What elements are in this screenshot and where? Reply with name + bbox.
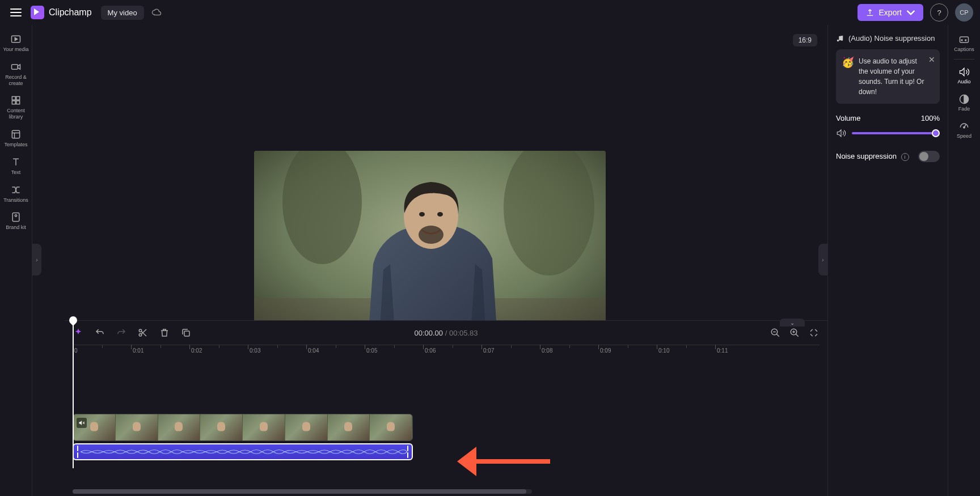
audio-clip[interactable] bbox=[73, 443, 413, 460]
speaker-icon[interactable] bbox=[836, 128, 846, 138]
ai-tool-button[interactable] bbox=[73, 327, 84, 338]
volume-row: Volume 100% bbox=[836, 114, 940, 122]
timeline-collapse-button[interactable]: ⌄ bbox=[780, 319, 805, 327]
redo-button[interactable] bbox=[116, 327, 127, 338]
volume-slider[interactable] bbox=[852, 132, 940, 134]
right-sidebar: Captions Audio Fade Speed bbox=[948, 25, 980, 496]
upload-icon bbox=[865, 8, 875, 17]
project-title[interactable]: My video bbox=[101, 6, 144, 20]
waveform bbox=[81, 448, 407, 456]
volume-label: Volume bbox=[836, 114, 860, 122]
timeline-scrollbar[interactable] bbox=[73, 489, 532, 494]
volume-value: 100% bbox=[921, 114, 940, 122]
far-item-audio[interactable]: Audio bbox=[949, 62, 980, 89]
timeline-panel: ⌄ 00:00.00 / 00:05.83 00:010:020:030:040… bbox=[65, 320, 827, 496]
far-item-speed[interactable]: Speed bbox=[949, 116, 980, 143]
music-note-icon bbox=[836, 35, 844, 43]
clipchamp-icon bbox=[31, 6, 44, 19]
annotation-arrow bbox=[457, 447, 550, 476]
aspect-ratio-button[interactable]: 16:9 bbox=[793, 34, 817, 46]
audio-icon bbox=[958, 66, 970, 78]
menu-button[interactable] bbox=[7, 3, 25, 22]
left-sidebar: Your media Record & create Content libra… bbox=[0, 25, 32, 496]
app-logo[interactable]: Clipchamp bbox=[31, 6, 92, 19]
far-item-captions[interactable]: Captions bbox=[949, 29, 980, 57]
app-name: Clipchamp bbox=[49, 7, 92, 18]
export-button[interactable]: Export bbox=[858, 4, 923, 21]
svg-rect-1 bbox=[12, 65, 18, 69]
clip-mute-icon[interactable] bbox=[77, 418, 87, 428]
party-emoji-icon: 🥳 bbox=[842, 55, 854, 70]
audio-clip-left-handle[interactable] bbox=[75, 446, 80, 458]
svg-point-16 bbox=[437, 212, 443, 217]
noise-suppression-row: Noise suppression i bbox=[836, 151, 940, 162]
zoom-in-button[interactable] bbox=[789, 327, 800, 338]
svg-point-8 bbox=[15, 215, 16, 217]
sync-status-icon[interactable] bbox=[151, 7, 162, 18]
delete-button[interactable] bbox=[159, 327, 170, 338]
timeline-timecode: 00:00.00 / 00:05.83 bbox=[414, 329, 478, 337]
playhead[interactable] bbox=[73, 321, 74, 468]
panel-header: (Audio) Noise suppression bbox=[836, 34, 940, 43]
templates-icon bbox=[10, 128, 22, 141]
svg-rect-5 bbox=[16, 101, 20, 104]
duplicate-button[interactable] bbox=[180, 327, 192, 338]
svg-point-14 bbox=[419, 226, 443, 244]
audio-properties-panel: (Audio) Noise suppression 🥳 Use audio to… bbox=[827, 25, 948, 496]
sidebar-item-brand-kit[interactable]: Brand kit bbox=[1, 207, 32, 234]
export-label: Export bbox=[879, 8, 902, 17]
top-bar: Clipchamp My video Export ? CP bbox=[0, 0, 980, 25]
audio-clip-right-handle[interactable] bbox=[405, 446, 410, 458]
transitions-icon bbox=[10, 184, 22, 196]
fade-icon bbox=[958, 94, 970, 105]
svg-rect-7 bbox=[12, 213, 19, 222]
brand-kit-icon bbox=[10, 211, 22, 223]
user-avatar[interactable]: CP bbox=[955, 3, 973, 22]
sidebar-item-your-media[interactable]: Your media bbox=[1, 29, 32, 56]
svg-rect-2 bbox=[12, 97, 15, 100]
svg-point-17 bbox=[139, 329, 142, 332]
timeline-toolbar: 00:00.00 / 00:05.83 bbox=[65, 321, 827, 345]
sidebar-item-text[interactable]: Text bbox=[1, 152, 32, 179]
video-preview[interactable] bbox=[254, 151, 606, 348]
far-item-fade[interactable]: Fade bbox=[949, 89, 980, 116]
library-icon bbox=[10, 94, 22, 107]
media-icon bbox=[10, 33, 22, 45]
svg-rect-3 bbox=[16, 97, 20, 100]
svg-point-18 bbox=[139, 334, 142, 337]
svg-rect-19 bbox=[184, 331, 189, 336]
info-icon[interactable]: i bbox=[901, 153, 909, 161]
timeline-ruler[interactable]: 00:010:020:030:040:050:060:070:080:090:1… bbox=[73, 345, 820, 358]
collapse-right-panel[interactable]: › bbox=[818, 244, 827, 275]
tip-box: 🥳 Use audio to adjust the volume of your… bbox=[836, 49, 940, 104]
svg-rect-4 bbox=[12, 101, 15, 104]
timeline-tracks bbox=[73, 387, 820, 489]
tip-close-button[interactable]: ✕ bbox=[928, 54, 935, 66]
captions-icon bbox=[958, 34, 970, 45]
sidebar-item-content-library[interactable]: Content library bbox=[1, 91, 32, 124]
split-button[interactable] bbox=[137, 327, 149, 338]
undo-button[interactable] bbox=[94, 327, 105, 338]
svg-point-24 bbox=[964, 126, 965, 128]
zoom-out-button[interactable] bbox=[770, 327, 781, 338]
text-icon bbox=[10, 156, 22, 168]
speed-icon bbox=[958, 121, 970, 132]
sidebar-item-record[interactable]: Record & create bbox=[1, 57, 32, 90]
svg-rect-6 bbox=[12, 130, 19, 138]
zoom-fit-button[interactable] bbox=[808, 327, 820, 338]
help-button[interactable]: ? bbox=[930, 3, 948, 22]
record-icon bbox=[10, 61, 22, 73]
sidebar-item-templates[interactable]: Templates bbox=[1, 125, 32, 151]
sidebar-item-transitions[interactable]: Transitions bbox=[1, 180, 32, 207]
svg-point-15 bbox=[419, 212, 425, 217]
video-clip[interactable] bbox=[73, 414, 413, 441]
chevron-down-icon bbox=[906, 8, 915, 17]
noise-suppression-toggle[interactable] bbox=[918, 151, 940, 162]
